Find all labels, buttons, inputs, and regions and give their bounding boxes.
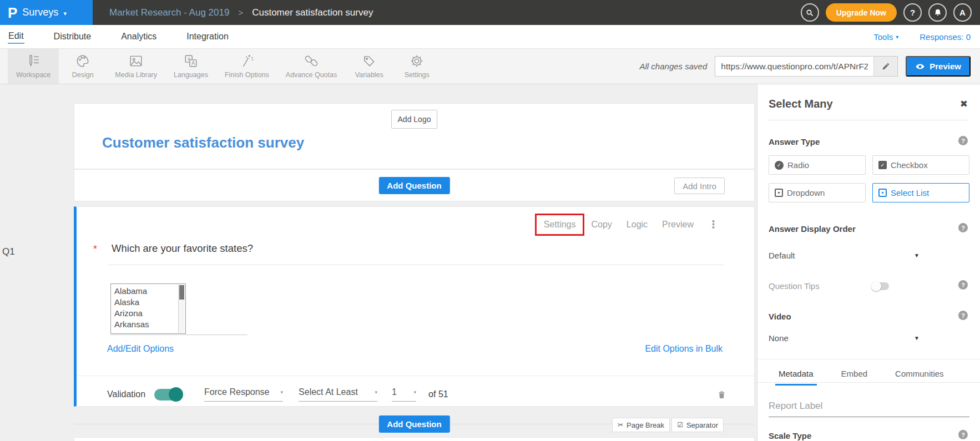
answer-type-help-icon[interactable]: ? — [958, 136, 968, 145]
question-actions: Settings Copy Logic Preview ⋮ — [535, 211, 719, 238]
account-avatar[interactable]: A — [953, 3, 972, 22]
video-label: Video — [769, 312, 791, 321]
answer-type-radio[interactable]: ✓ Radio — [769, 155, 866, 175]
toolbar-right: All changes saved Preview — [640, 49, 971, 84]
tab-edit[interactable]: Edit — [8, 29, 24, 44]
breadcrumb-survey-name: Customer satisfaction survey — [252, 7, 373, 18]
select-option[interactable]: Arizona — [114, 308, 185, 319]
main-nav: Edit Distribute Analytics Integration To… — [0, 25, 980, 49]
edit-url-button[interactable] — [873, 57, 897, 76]
select-scrollbar[interactable] — [178, 285, 185, 333]
validation-row: Validation Force Response ▾ Select At Le… — [107, 384, 726, 404]
scale-type-label: Scale Type — [769, 431, 811, 440]
tab-distribute[interactable]: Distribute — [53, 30, 92, 43]
add-logo-button[interactable]: Add Logo — [391, 110, 438, 129]
select-option[interactable]: Alabama — [114, 286, 185, 297]
toolbar-finish-options[interactable]: Finish Options — [216, 49, 277, 84]
tab-communities[interactable]: Communities — [892, 369, 947, 386]
dropdown-icon: ▼ — [775, 189, 783, 197]
display-order-dropdown[interactable]: Default ▼ — [769, 251, 920, 260]
add-intro-button[interactable]: Add Intro — [674, 178, 725, 194]
toolbar-languages[interactable]: xA Languages — [165, 49, 216, 84]
top-header: P Surveys ▾ Market Research - Aug 2019 >… — [0, 0, 980, 25]
nav-right: Tools ▾ Responses: 0 — [873, 25, 971, 48]
breadcrumb-folder[interactable]: Market Research - Aug 2019 — [109, 7, 229, 18]
logic-action[interactable]: Logic — [627, 220, 648, 230]
delete-question-button[interactable] — [717, 389, 726, 400]
surveys-menu-label: Surveys — [22, 7, 58, 18]
question-tips-toggle[interactable] — [872, 282, 889, 290]
page-break-button[interactable]: ✂ Page Break — [612, 418, 670, 432]
report-label-input[interactable] — [769, 401, 969, 417]
question-tips-help-icon[interactable]: ? — [958, 280, 968, 290]
more-options-icon[interactable]: ⋮ — [708, 218, 719, 231]
caret-down-icon: ▾ — [414, 389, 417, 395]
checkbox-icon: ✓ — [878, 161, 887, 169]
close-icon[interactable]: ✖ — [960, 98, 968, 110]
preview-label: Preview — [930, 62, 961, 71]
tab-analytics[interactable]: Analytics — [120, 30, 157, 43]
separator-icon: ☑ — [677, 421, 683, 429]
tab-integration[interactable]: Integration — [186, 30, 229, 43]
surveys-menu[interactable]: P Surveys ▾ — [0, 0, 93, 25]
tag-icon — [362, 54, 376, 68]
copy-action[interactable]: Copy — [591, 220, 612, 230]
survey-header-card: Add Logo Customer satisfaction survey — [74, 103, 755, 169]
question-mark-icon: ? — [910, 8, 915, 17]
toolbar-media-library[interactable]: Media Library — [107, 49, 165, 84]
image-icon — [129, 54, 143, 68]
toolbar-workspace[interactable]: Workspace — [8, 49, 59, 84]
survey-url-input[interactable] — [715, 57, 873, 76]
separator-button[interactable]: ☑ Separator — [671, 418, 724, 432]
answer-type-select-list[interactable]: ▼ Select List — [872, 183, 969, 202]
question-text[interactable]: Which are your favorite states? — [112, 242, 253, 255]
between-questions-row: Add Question ✂ Page Break ☑ Separator — [74, 415, 755, 434]
toggle-knob — [169, 387, 183, 402]
select-at-least-dropdown[interactable]: Select At Least ▾ — [299, 387, 377, 402]
select-option[interactable]: Alaska — [114, 297, 185, 308]
min-count-dropdown[interactable]: 1 ▾ — [392, 387, 416, 402]
question-text-row: * Which are your favorite states? — [93, 242, 253, 255]
answer-select-list[interactable]: Alabama Alaska Arizona Arkansas — [110, 283, 186, 334]
tools-menu[interactable]: Tools ▾ — [873, 32, 898, 42]
question-number: Q1 — [2, 246, 15, 257]
add-question-button-bottom[interactable]: Add Question — [378, 415, 449, 433]
toolbar-advance-quotas[interactable]: Advance Quotas — [277, 49, 345, 84]
notifications-button[interactable] — [928, 3, 947, 22]
answer-type-checkbox[interactable]: ✓ Checkbox — [872, 155, 969, 175]
survey-title[interactable]: Customer satisfaction survey — [102, 134, 304, 151]
validation-toggle[interactable] — [154, 389, 182, 401]
select-option[interactable]: Arkansas — [114, 319, 185, 330]
select-scrollbar-thumb[interactable] — [179, 285, 184, 300]
display-order-help-icon[interactable]: ? — [958, 223, 968, 232]
scale-type-help-icon[interactable]: ? — [958, 430, 968, 439]
edit-options-in-bulk-link[interactable]: Edit Options in Bulk — [645, 344, 723, 354]
preview-button[interactable]: Preview — [906, 56, 971, 77]
add-question-button-top[interactable]: Add Question — [378, 177, 449, 194]
page-break-icon: ✂ — [618, 421, 623, 429]
editor-toolbar: Workspace Design Media Library xA Langua… — [0, 49, 980, 84]
select-options: Alabama Alaska Arizona Arkansas — [111, 284, 185, 330]
bell-icon — [933, 8, 942, 17]
help-button[interactable]: ? — [903, 3, 922, 22]
toolbar-settings[interactable]: Settings — [393, 49, 441, 84]
workspace-icon — [26, 54, 41, 68]
answer-type-dropdown[interactable]: ▼ Dropdown — [769, 183, 866, 202]
tab-embed[interactable]: Embed — [838, 369, 871, 386]
video-dropdown[interactable]: None ▼ — [769, 333, 920, 343]
radio-icon: ✓ — [775, 161, 784, 170]
toolbar-design[interactable]: Design — [59, 49, 107, 84]
responses-count[interactable]: Responses: 0 — [920, 32, 971, 42]
required-asterisk: * — [93, 244, 97, 255]
eye-icon — [915, 62, 925, 72]
force-response-dropdown[interactable]: Force Response ▾ — [204, 387, 283, 402]
preview-action[interactable]: Preview — [662, 220, 694, 230]
settings-action-highlighted[interactable]: Settings — [535, 214, 585, 236]
search-button[interactable] — [801, 3, 819, 22]
add-edit-options-link[interactable]: Add/Edit Options — [107, 344, 174, 354]
header-actions: Upgrade Now ? A — [801, 3, 972, 22]
toolbar-variables[interactable]: Variables — [345, 49, 393, 84]
upgrade-now-button[interactable]: Upgrade Now — [826, 3, 897, 22]
video-help-icon[interactable]: ? — [958, 311, 968, 320]
tab-metadata[interactable]: Metadata — [775, 369, 817, 386]
